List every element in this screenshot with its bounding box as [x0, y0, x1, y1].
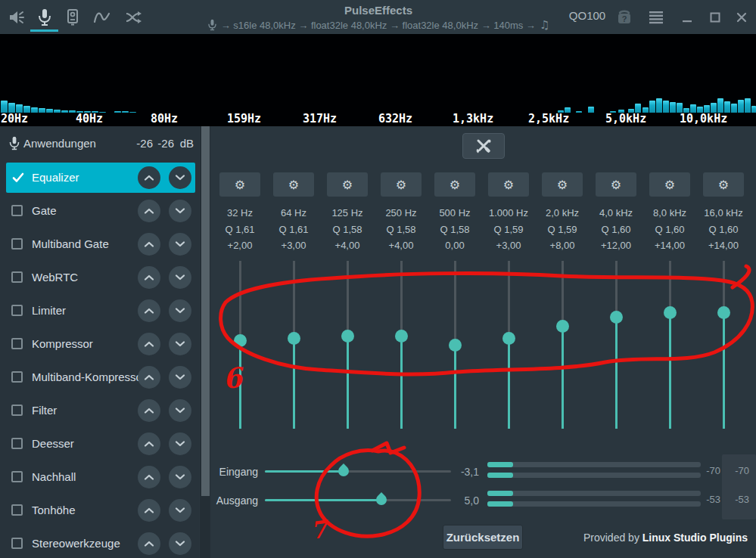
spectrum-freq-label: 317Hz	[303, 112, 337, 126]
band-slider-track	[508, 261, 510, 338]
move-up-button[interactable]	[138, 200, 160, 222]
band-settings-button[interactable]: ⚙	[219, 172, 260, 197]
band-gain-slider-handle[interactable]	[502, 332, 515, 345]
band-settings-button[interactable]: ⚙	[596, 172, 636, 197]
menu-button[interactable]	[642, 5, 670, 29]
spectrum-freq-label: 159Hz	[227, 112, 261, 126]
spectrum-freq-label: 80Hz	[151, 112, 178, 126]
band-slider-track	[239, 261, 241, 340]
move-up-button[interactable]	[138, 432, 160, 455]
wave-tab-button[interactable]	[88, 5, 116, 29]
effect-checkbox[interactable]	[11, 271, 23, 283]
band-settings-button[interactable]: ⚙	[327, 172, 368, 197]
band-gain-slider-handle[interactable]	[341, 330, 354, 343]
move-up-button[interactable]	[138, 499, 160, 522]
move-up-button[interactable]	[138, 166, 160, 189]
move-down-button[interactable]	[169, 399, 191, 422]
band-settings-button[interactable]: ⚙	[542, 172, 583, 197]
move-down-button[interactable]	[169, 200, 191, 222]
sidebar-item-multiband-kompressor[interactable]: Multiband-Kompressor	[6, 362, 195, 392]
band-gain-slider-handle[interactable]	[610, 311, 623, 324]
chevron-down-icon	[173, 339, 187, 349]
band-frequency: 1.000 Hz	[478, 207, 539, 219]
band-gain-slider-handle[interactable]	[395, 330, 408, 343]
chevron-up-icon	[142, 173, 156, 182]
sidebar-item-webrtc[interactable]: WebRTC	[6, 262, 195, 293]
move-down-button[interactable]	[169, 333, 191, 355]
band-settings-button[interactable]: ⚙	[703, 172, 744, 197]
move-up-button[interactable]	[138, 466, 160, 488]
effect-checkbox[interactable]	[11, 205, 23, 216]
effect-checkbox[interactable]	[11, 405, 23, 416]
band-settings-button[interactable]: ⚙	[488, 172, 529, 197]
move-up-button[interactable]	[138, 532, 160, 555]
move-down-button[interactable]	[169, 366, 191, 389]
band-gain-slider-handle[interactable]	[234, 334, 247, 347]
sidebar-item-multiband-gate[interactable]: Multiband Gate	[6, 229, 195, 259]
band-settings-button[interactable]: ⚙	[381, 172, 422, 197]
sidebar-item-filter[interactable]: Filter	[6, 395, 195, 426]
reset-button[interactable]: Zurücksetzen	[443, 525, 523, 550]
move-up-button[interactable]	[138, 233, 160, 256]
band-settings-button[interactable]: ⚙	[434, 172, 475, 197]
shuffle-tab-button[interactable]	[120, 5, 148, 29]
spectrum-freq-label: 40Hz	[76, 112, 103, 126]
close-button[interactable]	[727, 5, 755, 29]
applications-header[interactable]: Anwendungen -26 -26 dB	[0, 126, 199, 161]
move-down-button[interactable]	[169, 299, 191, 322]
move-up-button[interactable]	[138, 333, 160, 355]
move-down-button[interactable]	[169, 266, 191, 289]
effect-checkbox[interactable]	[11, 438, 23, 449]
sidebar-item-nachhall[interactable]: Nachhall	[6, 462, 195, 492]
sidebar-item-kompressor[interactable]: Kompressor	[6, 329, 195, 359]
band-gain-slider-handle[interactable]	[717, 306, 730, 319]
band-gain-slider-handle[interactable]	[664, 306, 677, 319]
band-settings-button[interactable]: ⚙	[649, 172, 690, 197]
effect-checkbox[interactable]	[11, 538, 23, 549]
effect-checkbox[interactable]	[11, 338, 23, 349]
effect-checkbox[interactable]	[11, 305, 23, 316]
move-up-button[interactable]	[138, 299, 160, 322]
move-up-button[interactable]	[138, 266, 160, 289]
equalizer-settings-button[interactable]	[462, 133, 505, 159]
effect-checkbox[interactable]	[11, 504, 23, 516]
speaker-tab-button[interactable]	[2, 5, 30, 29]
enabled-checkmark[interactable]	[11, 172, 25, 184]
move-down-button[interactable]	[169, 532, 191, 555]
spectrum-bar	[649, 101, 655, 113]
input-gain-value: -3,1	[450, 466, 479, 478]
help-button[interactable]: ?	[610, 5, 638, 29]
move-down-button[interactable]	[169, 499, 191, 522]
chevron-down-icon	[173, 306, 187, 315]
effect-checkbox[interactable]	[11, 471, 23, 482]
sidebar-item-deesser[interactable]: Deesser	[6, 429, 195, 459]
sidebar-item-label: Gate	[32, 204, 57, 217]
move-up-button[interactable]	[138, 366, 160, 389]
minimize-button[interactable]	[673, 5, 701, 29]
sidebar-item-gate[interactable]: Gate	[6, 196, 195, 226]
move-down-button[interactable]	[169, 233, 191, 256]
effect-checkbox[interactable]	[11, 238, 23, 250]
band-gain-slider-handle[interactable]	[449, 339, 462, 352]
band-q: Q 1,58	[371, 224, 431, 235]
spectrum-bar	[670, 102, 676, 113]
move-down-button[interactable]	[169, 466, 191, 488]
sidebar-item-tonh-he[interactable]: Tonhöhe	[6, 495, 195, 525]
band-gain-slider-handle[interactable]	[556, 320, 569, 333]
sidebar-item-equalizer[interactable]: Equalizer	[6, 163, 195, 193]
test-signal-tab-button[interactable]	[58, 5, 86, 29]
effect-checkbox[interactable]	[11, 371, 23, 383]
preset-name[interactable]: QO100	[566, 9, 608, 22]
band-settings-button[interactable]: ⚙	[273, 172, 314, 197]
maximize-button[interactable]	[701, 5, 729, 29]
main-scrollbar-handle[interactable]	[201, 126, 210, 496]
maximize-icon	[709, 11, 721, 23]
sidebar-item-limiter[interactable]: Limiter	[6, 296, 195, 326]
move-down-button[interactable]	[169, 166, 191, 189]
sidebar-item-stereowerkzeuge[interactable]: Stereowerkzeuge	[6, 529, 195, 558]
move-up-button[interactable]	[138, 399, 160, 422]
band-gain-slider-handle[interactable]	[288, 332, 300, 345]
move-down-button[interactable]	[169, 432, 191, 455]
band-gain-value: +4,00	[371, 240, 431, 251]
microphone-tab-button[interactable]	[30, 5, 58, 29]
